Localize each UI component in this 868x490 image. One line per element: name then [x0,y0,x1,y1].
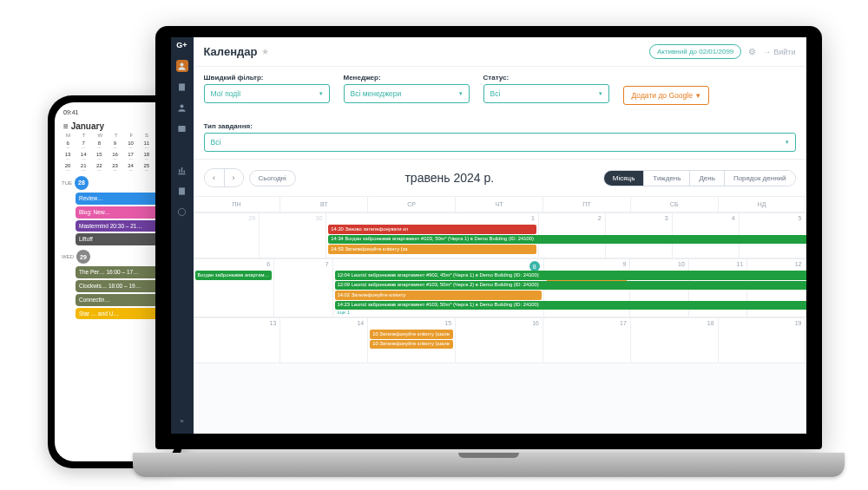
sidebar: G+ » [171,37,194,434]
calendar-cell[interactable]: 812:04 Leonid забронював апартамент #902… [333,259,544,317]
calendar-cell[interactable]: 7 [274,259,332,317]
calendar-event[interactable]: 12:04 Leonid забронював апартамент #902,… [335,271,806,280]
tasktype-filter-select[interactable]: Всі▾ [204,133,796,152]
more-events-link[interactable]: іще 1 [335,310,542,315]
calendar-event[interactable]: Богдан забронював апартам… [195,271,273,280]
calendar-event[interactable]: 10 Зателефонуйте клієнту (шале [370,330,453,339]
calendar-event[interactable]: 10 Зателефонуйте клієнту (шале [370,340,453,350]
calendar-cell[interactable]: 114:20 Заново зателефонувати кл14:34 Бог… [326,213,538,258]
calendar-cell[interactable]: 19 [719,318,806,363]
view-month[interactable]: Місяць [604,171,644,186]
settings-icon[interactable]: ⚙ [748,47,756,56]
nav-dashboard-icon[interactable] [176,60,188,72]
calendar-event[interactable]: 14:53 Зателефонуйте клієнту (за [328,245,536,254]
nav-wand-icon[interactable] [176,143,188,155]
dow-header: ЧТ [456,197,543,212]
quick-filter-select[interactable]: Мої події▾ [204,84,330,103]
dow-header: СР [368,197,456,212]
calendar-cell[interactable]: 30 [260,213,326,258]
sidebar-expand-icon[interactable]: » [176,415,188,427]
svg-rect-3 [178,126,185,132]
view-week[interactable]: Тиждень [643,171,689,186]
phone-month: January [71,121,104,131]
status-filter-select[interactable]: Всі▾ [483,84,609,103]
dow-header: СБ [631,197,719,212]
svg-point-5 [178,208,185,215]
svg-point-2 [180,104,183,108]
nav-doc-icon[interactable] [176,185,188,197]
phone-time: 09:41 [63,109,79,116]
calendar-event[interactable]: 14:34 Богдан забронював апартамент #103,… [328,235,806,245]
tasktype-filter-label: Тип завдання: [204,122,796,130]
calendar-cell[interactable]: 13 [194,318,281,363]
view-agenda[interactable]: Порядок денний [724,171,795,186]
next-button[interactable]: › [224,169,243,186]
dow-header: ПТ [543,197,631,212]
calendar-cell[interactable]: 17 [543,318,631,363]
view-segmented: Місяць Тиждень День Порядок денний [603,170,796,186]
nav-chart-icon[interactable] [176,164,188,176]
manager-filter-select[interactable]: Всі менеджери▾ [344,84,470,103]
view-day[interactable]: День [689,171,723,186]
filters-bar: Швидкий фільтр: Мої події▾ Менеджер: Всі… [194,67,806,160]
calendar-cell[interactable]: 1510 Зателефонуйте клієнту (шале10 Зател… [368,318,456,363]
quick-filter-label: Швидкий фільтр: [204,74,330,82]
calendar-title: травень 2024 р. [296,171,603,185]
calendar-cell[interactable]: 18 [631,318,719,363]
nav-tasks-icon[interactable] [176,122,188,134]
calendar-toolbar: ‹ › Сьогодні травень 2024 р. Місяць Тижд… [194,160,806,196]
page-title: Календар [204,45,258,58]
manager-filter-label: Менеджер: [344,74,470,82]
dow-header: ПН [194,197,281,212]
calendar-event[interactable]: 14:23 Leonid забронював апартамент #103,… [335,301,806,310]
logout-button[interactable]: → Вийти [763,48,795,56]
topbar: Календар ★ Активний до 02/01/2099 ⚙ → Ви… [194,37,806,67]
calendar-event[interactable]: 12:09 Leonid забронював апартамент #103,… [335,281,806,291]
dow-header: НД [719,197,806,212]
calendar-event[interactable]: 14:02 Зателефонуйте клієнту [335,291,542,300]
calendar-cell[interactable]: 6Богдан забронював апартам… [194,259,275,317]
favorite-icon[interactable]: ★ [261,47,269,56]
prev-button[interactable]: ‹ [205,169,224,186]
svg-point-0 [180,62,183,66]
calendar-cell[interactable]: 14 [280,318,368,363]
app-logo: G+ [176,41,187,49]
nav-users-icon[interactable] [176,101,188,114]
calendar-event[interactable]: 14:20 Заново зателефонувати кл [328,225,536,234]
calendar-cell[interactable]: 16 [456,318,543,363]
svg-rect-1 [179,83,185,90]
svg-rect-4 [179,187,185,194]
nav-building-icon[interactable] [176,81,188,93]
today-button[interactable]: Сьогодні [249,170,296,186]
nav-global-icon[interactable] [176,206,188,218]
subscription-status[interactable]: Активний до 02/01/2099 [649,44,741,59]
status-filter-label: Статус: [483,74,609,82]
calendar-cell[interactable]: 29 [194,213,260,258]
dow-header: ВТ [280,197,368,212]
add-to-google-button[interactable]: Додати до Google▾ [623,86,709,105]
